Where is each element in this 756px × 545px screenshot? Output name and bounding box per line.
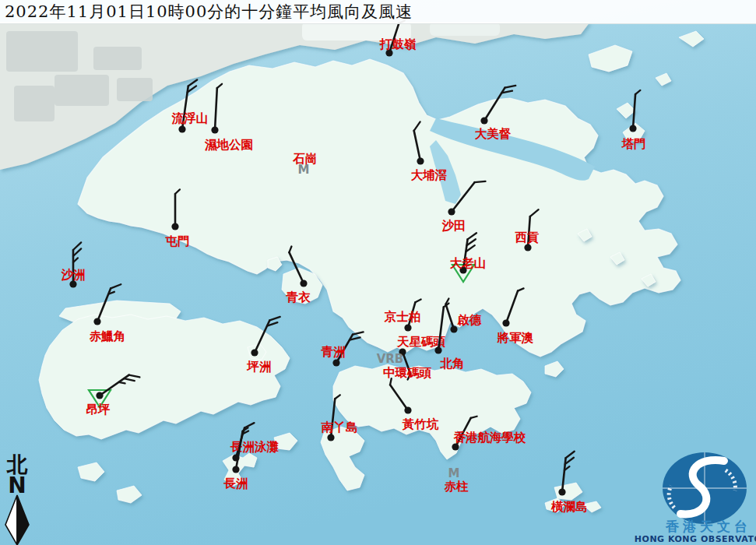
station-dot [524,244,531,251]
station-label: 南丫島 [321,420,358,434]
station-label: 大埔滘 [411,168,448,182]
station-dot [450,325,457,332]
station-label: 濕地公園 [204,138,253,152]
station-label: 坪洲 [247,360,272,374]
station-dot [404,406,411,413]
station-label: 青洲 [321,345,346,359]
hko-logo-chinese: 香港天文台 [665,519,751,534]
station-dot [327,434,334,441]
station-dot [558,488,565,495]
station-label: 赤柱 [444,480,469,494]
map-title: 2022年11月01日10時00分的十分鐘平均風向及風速 [0,1,413,23]
station-dot [251,349,258,356]
station-dot [448,208,455,215]
station-label: 黃竹坑 [402,417,439,431]
station-dot [417,157,424,164]
station-label: 沙田 [442,219,466,233]
station-label: 流浮山 [171,111,209,125]
station-dot [96,392,103,399]
station-label: 北角 [440,357,465,371]
station-label: 塔門 [621,137,646,151]
station-label: 昂坪 [86,403,111,417]
station-dot [171,223,178,230]
station-label: 中環碼頭 [383,366,432,380]
station-label: 大老山 [450,256,487,270]
station-dot [232,466,239,473]
station-label: 啟德 [457,313,483,327]
station-label: 西貢 [515,230,540,244]
station-dot [178,125,185,132]
wind-map-page: 流浮山濕地公園打鼓嶺大美督大埔滘塔門M石崗屯門沙洲沙田西貢大老山青衣赤鱲角坪洲昂… [0,0,756,545]
station-label: 大美督 [475,127,512,141]
station-label: 青衣 [286,290,311,304]
hko-logo-english: HONG KONG OBSERVATORY [635,534,756,544]
station-label: 打鼓嶺 [379,37,417,51]
station-label: 長洲泳灘 [230,440,280,454]
station-marker-vrb: VRB [377,352,404,366]
station-dot [404,324,411,331]
station-label: 橫瀾島 [550,500,588,514]
station-label: 香港航海學校 [453,431,527,445]
station-dot [434,346,441,353]
station-dot [629,125,636,132]
station-label: 沙洲 [62,268,86,282]
station-dot [93,318,100,325]
station-label: 長洲 [223,476,248,490]
hong-kong-map: 流浮山濕地公園打鼓嶺大美督大埔滘塔門M石崗屯門沙洲沙田西貢大老山青衣赤鱲角坪洲昂… [0,0,756,545]
station-label: 京士柏 [384,310,421,324]
title-bar: 2022年11月01日10時00分的十分鐘平均風向及風速 [0,0,756,24]
station-marker-m: M [448,466,460,480]
station-label: 將軍澳 [497,331,534,345]
station-label: 屯門 [165,234,190,248]
station-dot [502,319,509,326]
station-dot [332,359,339,366]
compass-letter: N [8,473,26,498]
station-dot [480,117,487,124]
station-dot [300,280,307,287]
station-label: 石崗 [293,152,318,166]
station-label: 赤鱲角 [89,329,126,343]
station-dot [211,126,218,133]
